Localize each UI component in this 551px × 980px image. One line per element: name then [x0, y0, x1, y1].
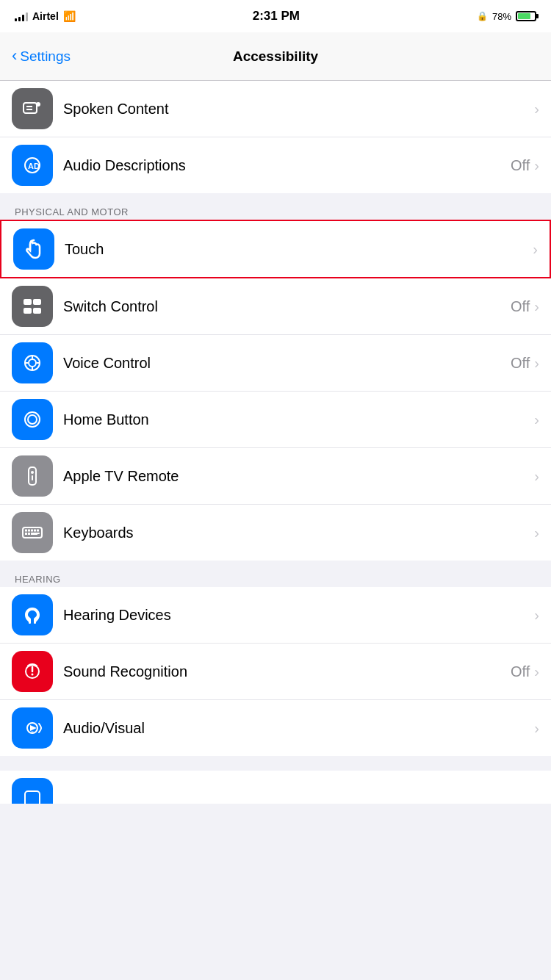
back-button[interactable]: ‹ Settings — [12, 48, 71, 65]
spoken-content-label: Spoken Content — [63, 101, 168, 118]
svg-rect-7 — [33, 299, 41, 305]
sound-recognition-value: Off — [511, 663, 530, 680]
carrier-label: Airtel — [32, 10, 59, 22]
audio-visual-item[interactable]: Audio/Visual › — [0, 700, 551, 756]
page-title: Accessibility — [233, 48, 318, 65]
spoken-content-item[interactable]: Spoken Content › — [0, 81, 551, 137]
switch-control-right: Off › — [511, 298, 539, 315]
keyboards-icon — [12, 512, 53, 553]
svg-rect-44 — [25, 791, 40, 804]
audio-descriptions-value: Off — [511, 157, 530, 174]
touch-label: Touch — [65, 241, 104, 258]
svg-point-1 — [36, 102, 40, 107]
nav-bar: ‹ Settings Accessibility — [0, 32, 551, 81]
svg-rect-31 — [28, 530, 30, 532]
hearing-section: Hearing Devices › Sound Recognition — [0, 587, 551, 756]
svg-point-11 — [29, 359, 36, 367]
svg-rect-30 — [25, 530, 27, 532]
keyboards-right: › — [534, 525, 539, 541]
apple-tv-remote-item[interactable]: Apple TV Remote › — [0, 448, 551, 505]
voice-control-item[interactable]: Voice Control Off › — [0, 335, 551, 392]
audio-descriptions-icon: AD — [12, 145, 53, 186]
touch-icon — [13, 228, 54, 270]
chevron-right-icon: › — [534, 607, 539, 624]
apple-tv-remote-right: › — [534, 468, 539, 485]
sound-recognition-icon — [12, 651, 53, 692]
apple-tv-remote-content: Apple TV Remote › — [63, 468, 539, 485]
audio-descriptions-content: Audio Descriptions Off › — [63, 157, 539, 174]
keyboards-item[interactable]: Keyboards › — [0, 505, 551, 561]
partial-bottom — [0, 771, 551, 804]
hearing-devices-right: › — [534, 607, 539, 624]
spoken-content-content: Spoken Content › — [63, 101, 539, 118]
chevron-right-icon: › — [534, 411, 539, 428]
svg-rect-6 — [24, 299, 32, 305]
touch-item[interactable]: Touch › — [0, 220, 551, 278]
switch-control-label: Switch Control — [63, 298, 158, 315]
status-time: 2:31 PM — [253, 9, 300, 24]
audio-visual-icon — [12, 707, 53, 749]
switch-control-content: Switch Control Off › — [63, 298, 539, 315]
audio-visual-content: Audio/Visual › — [63, 720, 539, 737]
status-bar: Airtel 📶 2:31 PM 🔒 78% — [0, 0, 551, 32]
sound-recognition-right: Off › — [511, 663, 539, 680]
home-button-label: Home Button — [63, 411, 149, 428]
voice-control-icon — [12, 342, 53, 383]
wifi-icon: 📶 — [63, 10, 76, 22]
svg-rect-34 — [37, 530, 39, 532]
sound-recognition-content: Sound Recognition Off › — [63, 663, 539, 680]
voice-control-right: Off › — [511, 355, 539, 372]
physical-list: Touch › Switch Control Off › — [0, 220, 551, 561]
status-left: Airtel 📶 — [15, 10, 76, 22]
svg-text:AD: AD — [28, 162, 40, 170]
hearing-section-header: HEARING — [0, 561, 551, 591]
signal-icon — [15, 11, 28, 21]
hearing-devices-item[interactable]: Hearing Devices › — [0, 587, 551, 644]
chevron-right-icon: › — [534, 101, 539, 118]
svg-rect-0 — [24, 103, 37, 113]
lock-icon: 🔒 — [477, 11, 488, 21]
home-button-item[interactable]: Home Button › — [0, 392, 551, 448]
svg-rect-37 — [31, 533, 37, 535]
bottom-spacer — [0, 756, 551, 771]
hearing-devices-label: Hearing Devices — [63, 607, 171, 624]
back-label: Settings — [20, 48, 71, 65]
apple-tv-remote-label: Apple TV Remote — [63, 468, 179, 485]
back-chevron-icon: ‹ — [12, 48, 17, 64]
svg-rect-32 — [31, 530, 33, 532]
home-button-icon — [12, 399, 53, 440]
svg-rect-36 — [28, 533, 30, 535]
chevron-right-icon: › — [534, 157, 539, 174]
svg-rect-8 — [24, 308, 32, 314]
battery-icon — [516, 11, 536, 21]
spoken-content-right: › — [534, 101, 539, 118]
svg-rect-9 — [33, 308, 41, 314]
chevron-right-icon: › — [534, 663, 539, 680]
physical-section: Touch › Switch Control Off › — [0, 220, 551, 561]
svg-point-41 — [32, 674, 34, 676]
home-button-content: Home Button › — [63, 411, 539, 428]
touch-right: › — [533, 241, 538, 258]
svg-point-43 — [31, 731, 34, 734]
apple-tv-remote-icon — [12, 455, 53, 497]
voice-control-content: Voice Control Off › — [63, 355, 539, 372]
chevron-right-icon: › — [534, 298, 539, 315]
switch-control-icon — [12, 286, 53, 327]
partial-icon — [12, 778, 53, 804]
battery-percent: 78% — [492, 11, 511, 22]
svg-point-38 — [30, 613, 35, 617]
audio-descriptions-item[interactable]: AD Audio Descriptions Off › — [0, 137, 551, 193]
sound-recognition-item[interactable]: Sound Recognition Off › — [0, 644, 551, 700]
voice-control-value: Off — [511, 355, 530, 372]
keyboards-content: Keyboards › — [63, 525, 539, 541]
audio-visual-label: Audio/Visual — [63, 720, 145, 737]
spoken-content-icon — [12, 88, 53, 129]
svg-point-19 — [31, 471, 34, 474]
switch-control-item[interactable]: Switch Control Off › — [0, 278, 551, 335]
partial-item — [0, 771, 551, 804]
chevron-right-icon: › — [534, 468, 539, 485]
svg-rect-33 — [34, 530, 36, 532]
touch-content: Touch › — [65, 241, 538, 258]
hearing-list: Hearing Devices › Sound Recognition — [0, 587, 551, 756]
vision-section: Spoken Content › AD Audio Descriptions O… — [0, 81, 551, 193]
